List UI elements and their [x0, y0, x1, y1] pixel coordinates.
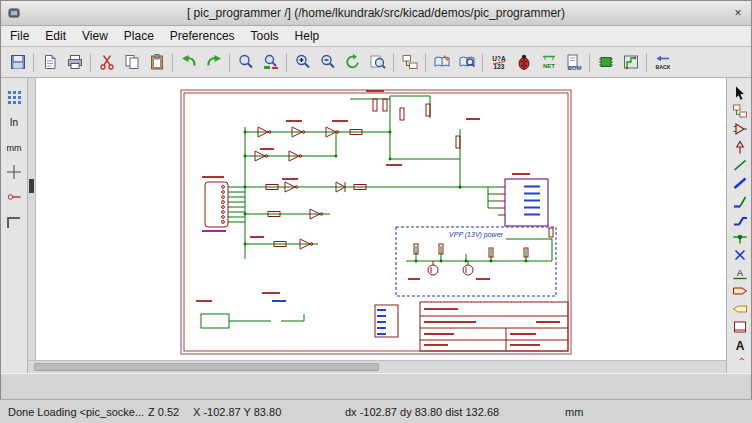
find-replace-button[interactable] [259, 50, 283, 74]
printer-icon [66, 53, 84, 71]
wire-to-bus-icon [732, 193, 748, 209]
vertical-scrollbar-thumb[interactable] [29, 179, 34, 193]
zoom-in-icon [294, 53, 312, 71]
grid-toggle-button[interactable] [3, 86, 25, 108]
menu-edit[interactable]: Edit [37, 27, 74, 45]
orthogonal-mode-toggle-button[interactable] [3, 211, 25, 233]
ladybug-icon [515, 53, 533, 71]
text-tool-icon: A [732, 337, 748, 353]
wire-icon [732, 157, 748, 173]
menu-place[interactable]: Place [116, 27, 162, 45]
grid-icon [5, 88, 23, 106]
place-text-tool-button[interactable]: A [729, 336, 751, 353]
place-power-port-tool-button[interactable] [729, 138, 751, 155]
erc-check-button[interactable] [512, 50, 536, 74]
units-inch-label: In [9, 117, 17, 128]
arrow-cursor-icon [732, 85, 748, 101]
library-browser-button[interactable] [455, 50, 479, 74]
place-global-label-tool-button[interactable] [729, 282, 751, 299]
library-editor-button[interactable] [430, 50, 454, 74]
canvas-area[interactable]: VPP (13V) power [36, 78, 726, 360]
annotate-button[interactable]: U?A 123 [487, 50, 511, 74]
place-hierarchical-label-tool-button[interactable] [729, 300, 751, 317]
vertical-scrollbar[interactable] [28, 78, 36, 360]
cursor-tool-button[interactable] [729, 84, 751, 101]
menu-view[interactable]: View [74, 27, 116, 45]
copy-button[interactable] [120, 50, 144, 74]
scissors-icon [98, 53, 116, 71]
toolbar-separator [33, 53, 34, 72]
place-sheet-tool-button[interactable] [729, 318, 751, 335]
schematic-canvas[interactable]: VPP (13V) power [36, 78, 726, 360]
main-toolbar: U?A 123 NET [0, 47, 752, 78]
status-zoom: Z 0.52 [148, 406, 179, 418]
bom-label: BOM [567, 65, 581, 71]
menu-help[interactable]: Help [287, 27, 328, 45]
print-button[interactable] [63, 50, 87, 74]
zoom-redraw-button[interactable] [341, 50, 365, 74]
redo-button[interactable] [202, 50, 226, 74]
place-junction-tool-button[interactable] [729, 228, 751, 245]
units-mm-button[interactable]: mm [3, 136, 25, 158]
units-mm-icon: mm [5, 138, 23, 156]
undo-button[interactable] [177, 50, 201, 74]
place-bus-tool-button[interactable] [729, 174, 751, 191]
right-toolbar: A A [726, 78, 752, 360]
toolbar-separator [393, 53, 394, 72]
menu-preferences[interactable]: Preferences [162, 27, 243, 45]
pin-icon [5, 188, 23, 206]
opamp-icon [732, 121, 748, 137]
zoom-in-button[interactable] [291, 50, 315, 74]
units-inch-button[interactable]: In [3, 111, 25, 133]
toolbar-separator [90, 53, 91, 72]
text-tool-letter: A [735, 338, 744, 352]
page-settings-button[interactable] [38, 50, 62, 74]
pcbnew-button[interactable] [619, 50, 643, 74]
netlist-icon: NET [540, 53, 558, 71]
cvpcb-button[interactable] [594, 50, 618, 74]
back-annotate-icon: BACK [654, 53, 672, 71]
hierarchy-navigator-button[interactable] [398, 50, 422, 74]
menu-tools[interactable]: Tools [243, 27, 287, 45]
bus-to-bus-entry-tool-button[interactable] [729, 210, 751, 227]
back-label: BACK [655, 64, 670, 70]
place-no-connect-tool-button[interactable] [729, 246, 751, 263]
netlist-button[interactable]: NET [537, 50, 561, 74]
zoom-out-icon [319, 53, 337, 71]
back-annotate-button[interactable]: BACK [651, 50, 675, 74]
save-schematic-button[interactable] [6, 50, 30, 74]
paste-button[interactable] [145, 50, 169, 74]
status-cursor-position: X -102.87 Y 83.80 [193, 406, 281, 418]
close-button[interactable]: × [730, 5, 746, 21]
title-block [420, 302, 568, 351]
cursor-shape-toggle-button[interactable] [3, 161, 25, 183]
horizontal-scrollbar-row [0, 360, 752, 373]
horizontal-scrollbar[interactable] [28, 360, 726, 373]
hscroll-left-spacer [0, 360, 28, 373]
bom-icon: BOM [565, 53, 583, 71]
chip-icon [597, 53, 615, 71]
place-wire-tool-button[interactable] [729, 156, 751, 173]
cut-button[interactable] [95, 50, 119, 74]
place-component-tool-button[interactable] [729, 120, 751, 137]
bom-button[interactable]: BOM [562, 50, 586, 74]
global-label-icon [732, 283, 748, 299]
bus-icon [732, 175, 748, 191]
toolbar-separator [646, 53, 647, 72]
clipboard-icon [148, 53, 166, 71]
wire-to-bus-entry-tool-button[interactable] [729, 192, 751, 209]
zoom-fit-button[interactable] [366, 50, 390, 74]
hidden-pins-toggle-button[interactable] [3, 186, 25, 208]
title-bar[interactable]: [ pic_programmer /] (/home/lkundrak/src/… [0, 0, 752, 26]
hierarchy-navigator-tool-button[interactable] [729, 102, 751, 119]
undo-arrow-icon [180, 53, 198, 71]
place-net-label-tool-button[interactable]: A [729, 264, 751, 281]
zoom-out-button[interactable] [316, 50, 340, 74]
toolbar-separator [425, 53, 426, 72]
zoom-fit-icon [369, 53, 387, 71]
find-button[interactable] [234, 50, 258, 74]
horizontal-scrollbar-thumb[interactable] [34, 363, 379, 371]
menu-file[interactable]: File [2, 27, 37, 45]
menu-bar: File Edit View Place Preferences Tools H… [0, 26, 752, 47]
hierarchical-label-icon [732, 301, 748, 317]
